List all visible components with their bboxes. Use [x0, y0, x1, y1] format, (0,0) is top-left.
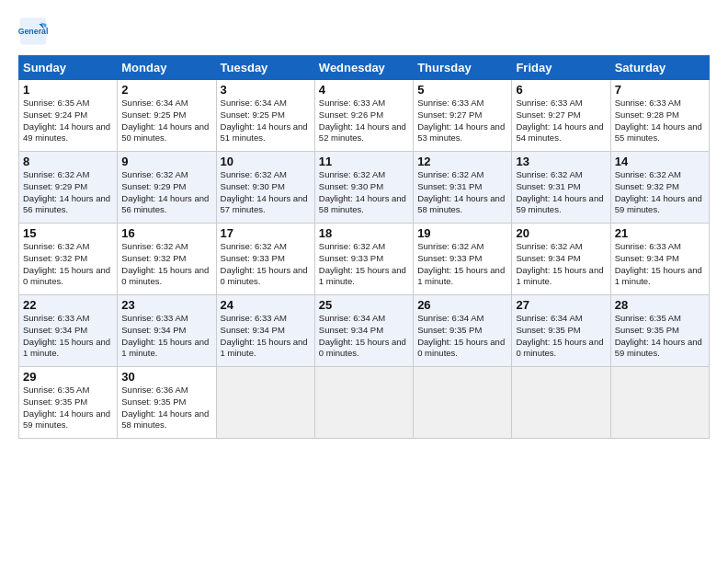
calendar-cell: 24 Sunrise: 6:33 AM Sunset: 9:34 PM Dayl… — [216, 295, 314, 367]
calendar-cell: 15 Sunrise: 6:32 AM Sunset: 9:32 PM Dayl… — [19, 224, 118, 295]
weekday-header: Saturday — [610, 56, 709, 80]
day-number: 12 — [417, 155, 507, 168]
calendar-week-row: 1 Sunrise: 6:35 AM Sunset: 9:24 PM Dayli… — [19, 80, 710, 152]
day-number: 16 — [121, 226, 211, 240]
weekday-header: Thursday — [414, 56, 512, 80]
day-number: 11 — [319, 155, 409, 168]
day-number: 4 — [319, 83, 409, 97]
calendar-table: SundayMondayTuesdayWednesdayThursdayFrid… — [18, 55, 710, 439]
day-number: 29 — [23, 370, 113, 384]
day-number: 27 — [516, 298, 606, 312]
day-info: Sunrise: 6:33 AM Sunset: 9:28 PM Dayligh… — [615, 98, 705, 144]
day-number: 15 — [23, 226, 113, 240]
day-number: 1 — [23, 83, 113, 97]
day-info: Sunrise: 6:34 AM Sunset: 9:34 PM Dayligh… — [319, 313, 409, 360]
day-number: 24 — [221, 298, 311, 312]
calendar-cell: 2 Sunrise: 6:34 AM Sunset: 9:25 PM Dayli… — [118, 80, 216, 152]
calendar-cell: 5 Sunrise: 6:33 AM Sunset: 9:27 PM Dayli… — [414, 80, 512, 152]
calendar-cell: 18 Sunrise: 6:32 AM Sunset: 9:33 PM Dayl… — [314, 224, 413, 295]
calendar-cell: 3 Sunrise: 6:34 AM Sunset: 9:25 PM Dayli… — [216, 80, 314, 152]
calendar-cell — [314, 367, 413, 439]
calendar-cell: 21 Sunrise: 6:33 AM Sunset: 9:34 PM Dayl… — [610, 224, 709, 295]
weekday-header: Wednesday — [314, 56, 413, 80]
weekday-header: Sunday — [19, 56, 118, 80]
day-number: 8 — [23, 155, 113, 168]
calendar-cell: 29 Sunrise: 6:35 AM Sunset: 9:35 PM Dayl… — [19, 367, 118, 439]
day-info: Sunrise: 6:33 AM Sunset: 9:34 PM Dayligh… — [23, 313, 113, 360]
day-info: Sunrise: 6:32 AM Sunset: 9:32 PM Dayligh… — [121, 241, 211, 288]
calendar-cell: 30 Sunrise: 6:36 AM Sunset: 9:35 PM Dayl… — [118, 367, 216, 439]
day-info: Sunrise: 6:35 AM Sunset: 9:24 PM Dayligh… — [23, 98, 113, 144]
page: General SundayMondayTuesdayWednesdayThur… — [0, 0, 728, 563]
calendar-cell: 17 Sunrise: 6:32 AM Sunset: 9:33 PM Dayl… — [216, 224, 314, 295]
day-number: 5 — [417, 83, 507, 97]
day-info: Sunrise: 6:32 AM Sunset: 9:31 PM Dayligh… — [417, 169, 507, 216]
day-number: 17 — [221, 226, 311, 240]
day-info: Sunrise: 6:33 AM Sunset: 9:34 PM Dayligh… — [221, 313, 311, 360]
header: General — [18, 17, 710, 46]
calendar-cell: 9 Sunrise: 6:32 AM Sunset: 9:29 PM Dayli… — [118, 152, 216, 224]
day-info: Sunrise: 6:32 AM Sunset: 9:30 PM Dayligh… — [319, 169, 409, 216]
day-info: Sunrise: 6:32 AM Sunset: 9:29 PM Dayligh… — [121, 169, 211, 216]
day-number: 18 — [319, 226, 409, 240]
day-info: Sunrise: 6:35 AM Sunset: 9:35 PM Dayligh… — [615, 313, 705, 360]
calendar-cell: 25 Sunrise: 6:34 AM Sunset: 9:34 PM Dayl… — [314, 295, 413, 367]
day-info: Sunrise: 6:34 AM Sunset: 9:35 PM Dayligh… — [417, 313, 507, 360]
calendar-cell: 4 Sunrise: 6:33 AM Sunset: 9:26 PM Dayli… — [314, 80, 413, 152]
day-info: Sunrise: 6:32 AM Sunset: 9:34 PM Dayligh… — [516, 241, 606, 288]
calendar-cell: 12 Sunrise: 6:32 AM Sunset: 9:31 PM Dayl… — [414, 152, 512, 224]
day-number: 13 — [516, 155, 606, 168]
calendar-cell: 6 Sunrise: 6:33 AM Sunset: 9:27 PM Dayli… — [512, 80, 610, 152]
calendar-week-row: 22 Sunrise: 6:33 AM Sunset: 9:34 PM Dayl… — [19, 295, 710, 367]
calendar-cell: 19 Sunrise: 6:32 AM Sunset: 9:33 PM Dayl… — [414, 224, 512, 295]
day-number: 14 — [615, 155, 705, 168]
day-info: Sunrise: 6:32 AM Sunset: 9:32 PM Dayligh… — [23, 241, 113, 288]
calendar-week-row: 8 Sunrise: 6:32 AM Sunset: 9:29 PM Dayli… — [19, 152, 710, 224]
calendar-cell — [414, 367, 512, 439]
day-info: Sunrise: 6:32 AM Sunset: 9:33 PM Dayligh… — [221, 241, 311, 288]
calendar-cell: 27 Sunrise: 6:34 AM Sunset: 9:35 PM Dayl… — [512, 295, 610, 367]
day-number: 6 — [516, 83, 606, 97]
day-number: 21 — [615, 226, 705, 240]
calendar-week-row: 29 Sunrise: 6:35 AM Sunset: 9:35 PM Dayl… — [19, 367, 710, 439]
calendar-cell: 26 Sunrise: 6:34 AM Sunset: 9:35 PM Dayl… — [414, 295, 512, 367]
calendar-cell — [512, 367, 610, 439]
day-number: 3 — [221, 83, 311, 97]
day-info: Sunrise: 6:33 AM Sunset: 9:34 PM Dayligh… — [615, 241, 705, 288]
day-info: Sunrise: 6:34 AM Sunset: 9:25 PM Dayligh… — [121, 98, 211, 144]
day-number: 30 — [121, 370, 211, 384]
day-info: Sunrise: 6:34 AM Sunset: 9:35 PM Dayligh… — [516, 313, 606, 360]
day-info: Sunrise: 6:32 AM Sunset: 9:33 PM Dayligh… — [319, 241, 409, 288]
day-number: 7 — [615, 83, 705, 97]
calendar-cell: 13 Sunrise: 6:32 AM Sunset: 9:31 PM Dayl… — [512, 152, 610, 224]
weekday-header: Monday — [118, 56, 216, 80]
calendar-cell: 20 Sunrise: 6:32 AM Sunset: 9:34 PM Dayl… — [512, 224, 610, 295]
calendar-cell: 1 Sunrise: 6:35 AM Sunset: 9:24 PM Dayli… — [19, 80, 118, 152]
day-info: Sunrise: 6:32 AM Sunset: 9:31 PM Dayligh… — [516, 169, 606, 216]
calendar-cell: 10 Sunrise: 6:32 AM Sunset: 9:30 PM Dayl… — [216, 152, 314, 224]
weekday-header: Tuesday — [216, 56, 314, 80]
day-number: 28 — [615, 298, 705, 312]
day-info: Sunrise: 6:32 AM Sunset: 9:33 PM Dayligh… — [417, 241, 507, 288]
day-number: 19 — [417, 226, 507, 240]
day-number: 9 — [121, 155, 211, 168]
day-info: Sunrise: 6:32 AM Sunset: 9:30 PM Dayligh… — [221, 169, 311, 216]
day-number: 2 — [121, 83, 211, 97]
day-number: 10 — [221, 155, 311, 168]
day-info: Sunrise: 6:33 AM Sunset: 9:26 PM Dayligh… — [319, 98, 409, 144]
day-info: Sunrise: 6:32 AM Sunset: 9:29 PM Dayligh… — [23, 169, 113, 216]
logo: General — [18, 17, 51, 46]
day-number: 20 — [516, 226, 606, 240]
day-number: 23 — [121, 298, 211, 312]
calendar-cell: 7 Sunrise: 6:33 AM Sunset: 9:28 PM Dayli… — [610, 80, 709, 152]
day-number: 22 — [23, 298, 113, 312]
day-info: Sunrise: 6:34 AM Sunset: 9:25 PM Dayligh… — [221, 98, 311, 144]
logo-icon: General — [18, 17, 48, 46]
weekday-header: Friday — [512, 56, 610, 80]
calendar-cell: 23 Sunrise: 6:33 AM Sunset: 9:34 PM Dayl… — [118, 295, 216, 367]
calendar-cell: 11 Sunrise: 6:32 AM Sunset: 9:30 PM Dayl… — [314, 152, 413, 224]
calendar-cell: 16 Sunrise: 6:32 AM Sunset: 9:32 PM Dayl… — [118, 224, 216, 295]
day-info: Sunrise: 6:33 AM Sunset: 9:27 PM Dayligh… — [417, 98, 507, 144]
day-info: Sunrise: 6:36 AM Sunset: 9:35 PM Dayligh… — [121, 385, 211, 431]
day-info: Sunrise: 6:32 AM Sunset: 9:32 PM Dayligh… — [615, 169, 705, 216]
